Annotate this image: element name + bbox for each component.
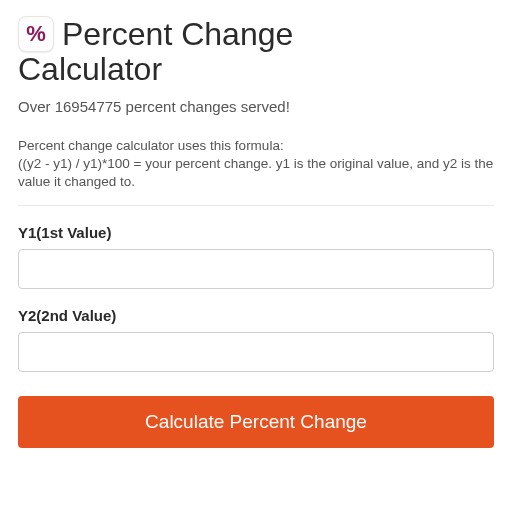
- divider: [18, 205, 494, 206]
- percent-icon-glyph: %: [26, 23, 46, 45]
- percent-icon: %: [18, 16, 54, 52]
- title-row: % Percent Change: [18, 16, 494, 53]
- calculate-button[interactable]: Calculate Percent Change: [18, 396, 494, 448]
- formula-intro: Percent change calculator uses this form…: [18, 137, 494, 155]
- formula-description: Percent change calculator uses this form…: [18, 137, 494, 192]
- formula-body: ((y2 - y1) / y1)*100 = your percent chan…: [18, 155, 494, 191]
- page-title-line2: Calculator: [18, 51, 494, 88]
- page-title-line1: Percent Change: [62, 16, 293, 53]
- y1-label: Y1(1st Value): [18, 224, 494, 241]
- served-count-text: Over 16954775 percent changes served!: [18, 98, 494, 115]
- y2-label: Y2(2nd Value): [18, 307, 494, 324]
- y2-input[interactable]: [18, 332, 494, 372]
- y1-input[interactable]: [18, 249, 494, 289]
